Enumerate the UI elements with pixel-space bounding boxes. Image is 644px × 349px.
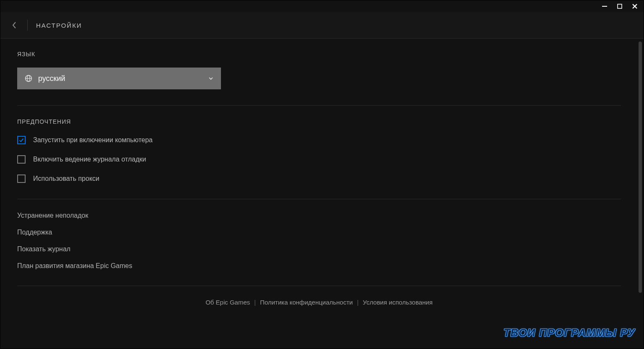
scrollbar-thumb[interactable] (639, 42, 642, 293)
checkbox-label: Включить ведение журнала отладки (33, 156, 146, 163)
footer-about[interactable]: Об Epic Games (205, 299, 250, 306)
minimize-button[interactable] (602, 3, 608, 9)
checkbox-use-proxy[interactable]: Использовать прокси (17, 174, 621, 183)
checkbox-run-on-startup[interactable]: Запустить при включении компьютера (17, 136, 621, 144)
divider (17, 286, 621, 286)
section-label-preferences: ПРЕДПОЧТЕНИЯ (17, 118, 621, 125)
language-select-value: русский (38, 74, 208, 83)
divider (17, 105, 621, 106)
back-button[interactable] (10, 21, 19, 30)
close-button[interactable] (632, 3, 638, 9)
checkbox-label: Использовать прокси (33, 175, 99, 182)
chevron-down-icon (208, 76, 213, 81)
scroll-area: ЯЗЫК русский ПРЕДПОЧТЕНИЯ Запустить при … (0, 39, 638, 349)
header-separator (27, 20, 28, 31)
footer-terms[interactable]: Условия использования (363, 299, 433, 306)
checkbox-icon (17, 136, 26, 144)
app-window: НАСТРОЙКИ ЯЗЫК русский ПРЕДПОЧТЕНИЯ Запу (0, 0, 644, 349)
links-section: Устранение неполадок Поддержка Показать … (17, 212, 621, 270)
scrollbar[interactable] (639, 42, 642, 333)
link-roadmap[interactable]: План развития магазина Epic Games (17, 262, 621, 270)
footer-separator: | (357, 299, 358, 306)
divider (17, 199, 621, 199)
footer: Об Epic Games | Политика конфиденциально… (17, 299, 621, 306)
window-controls (596, 0, 644, 12)
link-troubleshoot[interactable]: Устранение неполадок (17, 212, 621, 219)
content: ЯЗЫК русский ПРЕДПОЧТЕНИЯ Запустить при … (0, 39, 638, 314)
footer-privacy[interactable]: Политика конфиденциальности (260, 299, 353, 306)
globe-icon (25, 75, 32, 82)
section-label-language: ЯЗЫК (17, 51, 621, 57)
svg-rect-1 (618, 4, 622, 8)
checkbox-icon (17, 174, 26, 183)
checkbox-debug-logging[interactable]: Включить ведение журнала отладки (17, 155, 621, 164)
maximize-button[interactable] (617, 3, 623, 9)
link-support[interactable]: Поддержка (17, 229, 621, 236)
page-title: НАСТРОЙКИ (36, 22, 82, 29)
footer-separator: | (254, 299, 256, 306)
checkbox-label: Запустить при включении компьютера (33, 136, 153, 144)
language-select[interactable]: русский (17, 68, 221, 89)
header: НАСТРОЙКИ (0, 12, 644, 39)
link-show-log[interactable]: Показать журнал (17, 245, 621, 253)
checkbox-icon (17, 155, 26, 164)
